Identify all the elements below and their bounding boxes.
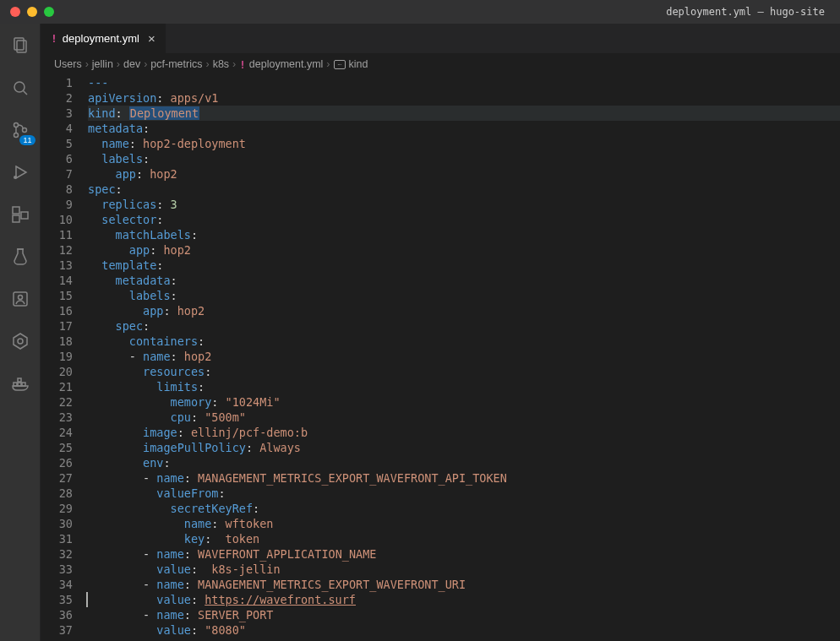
code-line[interactable]: env: — [88, 455, 840, 470]
tab-close-icon[interactable]: × — [148, 31, 155, 46]
code-line[interactable]: matchLabels: — [88, 227, 840, 242]
svg-point-5 — [14, 133, 18, 138]
breadcrumb-item[interactable]: Users — [54, 58, 82, 70]
code-line[interactable]: valueFrom: — [88, 486, 840, 501]
code-line[interactable]: selector: — [88, 212, 840, 227]
code-line[interactable]: metadata: — [88, 273, 840, 288]
kubernetes-icon[interactable] — [0, 328, 41, 355]
code-token: : — [143, 122, 150, 135]
code-line[interactable]: key: token — [88, 531, 840, 546]
docker-icon[interactable] — [0, 370, 41, 397]
code-token: replicas — [101, 198, 156, 211]
code-line[interactable]: name: wftoken — [88, 516, 840, 531]
line-number: 38 — [41, 638, 73, 641]
breadcrumb-item[interactable]: dev — [123, 58, 140, 70]
code-token: "8080" — [205, 623, 246, 637]
code-line[interactable]: --- — [88, 75, 840, 90]
testing-icon[interactable] — [0, 243, 41, 270]
code-line[interactable]: apiVersion: apps/v1 — [88, 90, 840, 106]
code-line[interactable]: resources: — [88, 364, 840, 379]
code-line[interactable]: containers: — [88, 334, 840, 349]
code-line[interactable]: spec: — [88, 182, 840, 197]
code-line[interactable]: - name: hop2 — [88, 349, 840, 364]
tab-deployment-yml[interactable]: ! deployment.yml × — [41, 24, 166, 53]
code-line[interactable]: value: "8080" — [88, 622, 840, 638]
breadcrumb-separator: › — [205, 58, 209, 70]
code-line[interactable]: secretKeyRef: — [88, 501, 840, 516]
line-number: 25 — [41, 440, 73, 455]
svg-point-2 — [14, 82, 25, 92]
breadcrumb-item[interactable]: k8s — [213, 58, 229, 70]
code-line[interactable]: app: hop2 — [88, 303, 840, 318]
editor-area: ! deployment.yml × Users›jellin›dev›pcf-… — [41, 24, 840, 641]
code-line[interactable]: - name: SERVER_PORT — [88, 607, 840, 622]
breadcrumb-item[interactable]: jellin — [92, 58, 113, 70]
line-number: 10 — [41, 212, 73, 227]
yaml-file-icon: ! — [239, 58, 246, 71]
line-number: 2 — [41, 90, 73, 106]
line-number: 24 — [41, 425, 73, 440]
breadcrumb-symbol[interactable]: kind — [349, 58, 368, 70]
code-line[interactable]: replicas: 3 — [88, 197, 840, 212]
code-line[interactable]: cpu: "500m" — [88, 410, 840, 425]
code-token: value — [156, 623, 191, 637]
code-line[interactable]: imagePullPolicy: Always — [88, 440, 840, 455]
code-line[interactable]: limits: — [88, 379, 840, 394]
line-number-gutter: 1234567891011121314151617181920212223242… — [41, 75, 88, 641]
code-line[interactable]: - name: WAVEFRONT_APPLICATION_NAME — [88, 546, 840, 562]
extensions-icon[interactable] — [0, 201, 41, 228]
code-line[interactable]: - name: MANAGEMENT_METRICS_EXPORT_WAVEFR… — [88, 577, 840, 592]
code-line[interactable]: memory: "1024Mi" — [88, 394, 840, 410]
accounts-icon[interactable] — [0, 285, 41, 312]
breadcrumb-item[interactable]: pcf-metrics — [150, 58, 202, 70]
code-line[interactable]: value: https://wavefront.surf — [88, 592, 840, 607]
titlebar[interactable]: deployment.yml — hugo-site — [0, 0, 840, 24]
code-editor[interactable]: 1234567891011121314151617181920212223242… — [41, 75, 840, 641]
code-line[interactable]: labels: — [88, 288, 840, 303]
line-number: 22 — [41, 394, 73, 410]
zoom-window-button[interactable] — [44, 7, 54, 17]
code-line[interactable]: name: hop2-deployment — [88, 136, 840, 151]
code-line[interactable]: value: k8s-jellin — [88, 562, 840, 577]
code-token: : — [253, 502, 259, 515]
breadcrumb[interactable]: Users›jellin›dev›pcf-metrics›k8s›! deplo… — [41, 53, 840, 75]
line-number: 23 — [41, 410, 73, 425]
svg-marker-15 — [14, 334, 27, 349]
source-control-icon[interactable]: 11 — [0, 117, 41, 144]
code-line[interactable]: app: hop2 — [88, 166, 840, 182]
code-line[interactable]: template: — [88, 258, 840, 273]
tab-bar[interactable]: ! deployment.yml × — [41, 24, 840, 53]
code-token: : — [184, 578, 198, 591]
breadcrumb-separator: › — [117, 58, 120, 70]
code-line[interactable]: image: ellinj/pcf-demo:b — [88, 425, 840, 440]
code-token: value — [156, 593, 191, 606]
breadcrumb-file[interactable]: deployment.yml — [249, 58, 324, 70]
search-icon[interactable] — [0, 74, 41, 101]
line-number: 16 — [41, 303, 73, 318]
line-number: 1 — [41, 75, 73, 90]
explorer-icon[interactable] — [0, 32, 41, 59]
code-token: 3 — [171, 198, 177, 211]
close-window-button[interactable] — [10, 7, 20, 17]
code-content[interactable]: ---apiVersion: apps/v1kind: Deploymentme… — [88, 75, 840, 641]
svg-marker-7 — [16, 166, 26, 178]
code-token: : — [171, 289, 177, 302]
code-line[interactable]: metadata: — [88, 121, 840, 136]
code-token: valueFrom — [156, 486, 218, 500]
code-token: : — [184, 471, 198, 485]
code-line[interactable]: labels: — [88, 151, 840, 166]
minimize-window-button[interactable] — [27, 7, 37, 17]
line-number: 37 — [41, 622, 73, 638]
code-line[interactable]: kind: Deployment — [88, 106, 840, 121]
code-token: : — [156, 91, 170, 105]
line-number: 36 — [41, 607, 73, 622]
code-line[interactable]: - name: MANAGEMENT_METRICS_EXPORT_WAVEFR… — [88, 470, 840, 486]
line-number: 7 — [41, 166, 73, 182]
code-token: : — [163, 456, 170, 470]
code-line[interactable]: app: hop2 — [88, 242, 840, 258]
line-number: 33 — [41, 562, 73, 577]
code-token: matchLabels — [116, 228, 191, 242]
code-line[interactable]: spec: — [88, 318, 840, 334]
code-line[interactable] — [88, 638, 840, 641]
run-debug-icon[interactable] — [0, 159, 41, 186]
